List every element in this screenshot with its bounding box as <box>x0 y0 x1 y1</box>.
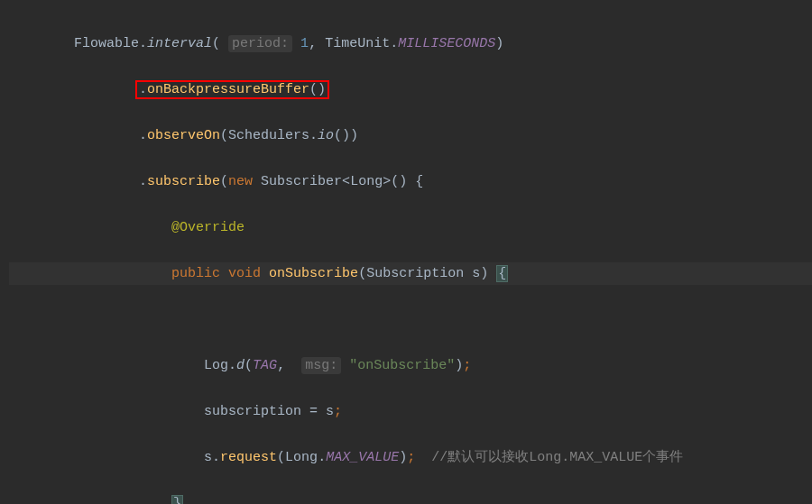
comment-text: //默认可以接收Long.MAX_VALUE个事件 <box>431 450 683 465</box>
code-line: Log.d(TAG, msg: "onSubscribe"); <box>9 354 812 378</box>
param-hint-label: period: <box>228 35 292 52</box>
highlight-box: .onBackpressureBuffer() <box>135 80 329 99</box>
code-line-current: public void onSubscribe(Subscription s) … <box>9 262 812 286</box>
annotation-override: @Override <box>171 220 245 235</box>
code-line: subscription = s; <box>9 400 812 424</box>
code-line: s.request(Long.MAX_VALUE); //默认可以接收Long.… <box>9 446 812 470</box>
code-line: .observeOn(Schedulers.io()) <box>9 124 812 148</box>
code-editor[interactable]: Flowable.interval( period: 1, TimeUnit.M… <box>0 9 812 504</box>
brace-match-icon: } <box>171 495 183 505</box>
code-line: Flowable.interval( period: 1, TimeUnit.M… <box>9 32 812 56</box>
param-hint-label: msg: <box>301 357 341 374</box>
code-line: } <box>9 492 812 505</box>
code-line-highlighted: .onBackpressureBuffer() <box>9 78 812 102</box>
code-line <box>9 308 812 332</box>
code-line: @Override <box>9 216 812 240</box>
code-line: .subscribe(new Subscriber<Long>() { <box>9 170 812 194</box>
brace-match-icon: { <box>496 265 508 282</box>
